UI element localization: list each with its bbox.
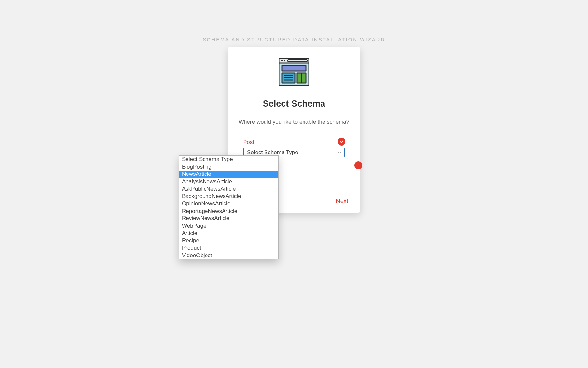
webpage-icon [279, 58, 309, 86]
dropdown-option[interactable]: AskPublicNewsArticle [179, 185, 278, 193]
dropdown-option[interactable]: Article [179, 230, 278, 237]
dropdown-option[interactable]: Product [179, 244, 278, 252]
select-value: Select Schema Type [247, 149, 298, 156]
chevron-down-icon [337, 150, 341, 155]
svg-rect-5 [282, 65, 306, 71]
dropdown-option[interactable]: VideoObject [179, 252, 278, 259]
card-heading: Select Schema [228, 99, 360, 109]
dropdown-option[interactable]: NewsArticle [179, 171, 278, 178]
card-subtext: Where would you like to enable the schem… [228, 119, 360, 125]
dropdown-option[interactable]: BlogPosting [179, 163, 278, 171]
schema-type-dropdown[interactable]: Select Schema TypeBlogPostingNewsArticle… [179, 155, 279, 259]
dropdown-option[interactable]: ReportageNewsArticle [179, 208, 278, 215]
field-label-post: Post [243, 139, 345, 146]
dropdown-option[interactable]: BackgroundNewsArticle [179, 193, 278, 200]
post-field-row: Post Select Schema Type [243, 139, 345, 157]
svg-rect-4 [288, 60, 307, 62]
check-badge-icon [354, 161, 362, 169]
dropdown-option[interactable]: OpinionNewsArticle [179, 200, 278, 208]
svg-point-2 [281, 60, 283, 61]
dropdown-option[interactable]: Recipe [179, 237, 278, 245]
dropdown-option[interactable]: Select Schema Type [179, 156, 278, 163]
check-badge-icon [338, 138, 345, 146]
dropdown-option[interactable]: AnalysisNewsArticle [179, 178, 278, 186]
dropdown-option[interactable]: WebPage [179, 222, 278, 230]
next-button[interactable]: Next [336, 197, 348, 205]
svg-rect-11 [301, 73, 302, 83]
svg-point-3 [284, 60, 285, 61]
wizard-title: SCHEMA AND STRUCTURED DATA INSTALLATION … [203, 37, 385, 42]
dropdown-option[interactable]: ReviewNewsArticle [179, 215, 278, 222]
